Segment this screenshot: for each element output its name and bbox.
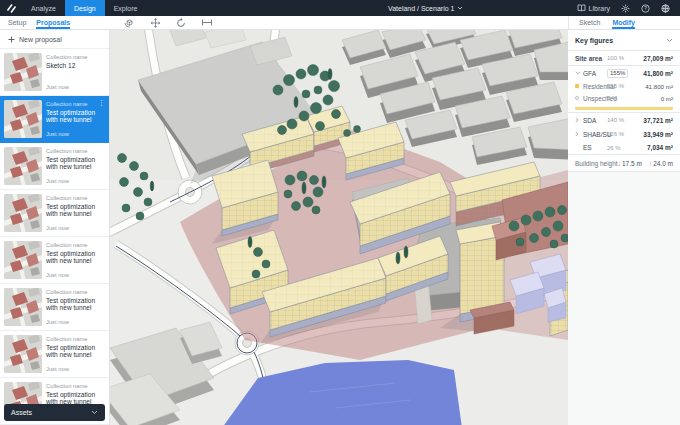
sda-percent: 140 % bbox=[607, 117, 633, 123]
sub-nav: Setup Proposals Sketch Modify bbox=[0, 16, 680, 30]
proposal-time: Just now bbox=[46, 131, 105, 138]
tab-sketch[interactable]: Sketch bbox=[579, 16, 600, 29]
row-es: ES 26 % 7,034 m² bbox=[568, 141, 680, 154]
nav-tab-explore[interactable]: Explore bbox=[105, 0, 147, 16]
proposal-thumbnail bbox=[4, 288, 42, 326]
proposal-card[interactable]: Collection name Test optimization with n… bbox=[0, 237, 109, 284]
help-icon: ? bbox=[641, 4, 650, 13]
pan-icon[interactable] bbox=[150, 18, 161, 28]
proposal-collection: Collection name bbox=[46, 289, 105, 295]
proposal-thumbnail bbox=[4, 194, 42, 232]
proposal-collection: Collection name bbox=[46, 101, 105, 107]
proposal-card[interactable]: Collection name Test optimization with n… bbox=[0, 143, 109, 190]
chevron-right-icon bbox=[575, 131, 579, 137]
sda-label: SDA bbox=[583, 117, 607, 124]
tab-proposals[interactable]: Proposals bbox=[36, 16, 70, 29]
residential-label: Residential bbox=[583, 83, 607, 90]
proposal-time: Just now bbox=[46, 225, 105, 232]
proposal-title: Sketch 12 bbox=[46, 62, 105, 70]
proposal-title: Test optimization with new tunnel bbox=[46, 344, 105, 360]
proposal-collection: Collection name bbox=[46, 148, 105, 154]
library-button[interactable]: Library bbox=[577, 4, 610, 12]
proposal-title: Test optimization with new tunnel bbox=[46, 203, 105, 219]
orbit-icon[interactable] bbox=[124, 18, 135, 28]
residential-value: 41,800 m² bbox=[633, 83, 673, 90]
new-proposal-button[interactable]: New proposal bbox=[0, 30, 109, 49]
chevron-down-icon bbox=[457, 6, 463, 10]
proposal-thumbnail bbox=[4, 147, 42, 185]
tab-modify[interactable]: Modify bbox=[612, 16, 635, 29]
proposals-sidebar: New proposal Collection name Sketch 12 J… bbox=[0, 30, 110, 425]
tab-setup[interactable]: Setup bbox=[8, 16, 26, 29]
chevron-down-icon bbox=[575, 71, 581, 75]
key-figures-title: Key figures bbox=[575, 37, 613, 44]
row-shab-su[interactable]: SHAB/SU 126 % 33,949 m² bbox=[568, 127, 680, 141]
key-figures-header[interactable]: Key figures bbox=[568, 30, 680, 50]
nav-tab-design[interactable]: Design bbox=[65, 0, 105, 16]
unspecified-percent: 0 % bbox=[607, 95, 633, 101]
proposal-thumbnail bbox=[4, 100, 42, 138]
proposal-thumbnail bbox=[4, 241, 42, 279]
site-area-label: Site area bbox=[575, 55, 607, 62]
assets-bar[interactable]: Assets bbox=[4, 404, 105, 421]
app-logo-icon bbox=[6, 3, 17, 14]
gfa-label: GFA bbox=[583, 70, 607, 77]
rotate-icon[interactable] bbox=[176, 18, 186, 28]
project-title-text: Vateland / Scenario 1 bbox=[388, 5, 454, 12]
kebab-menu-icon[interactable]: ⋮ bbox=[98, 99, 105, 106]
proposal-title: Test optimization with new tunnel bbox=[46, 297, 105, 313]
site-area-percent: 100 % bbox=[607, 55, 633, 61]
shab-su-value: 33,949 m² bbox=[633, 131, 673, 138]
proposal-collection: Collection name bbox=[46, 54, 105, 60]
key-figures-panel: Key figures Site area 100 % 27,009 m² GF… bbox=[568, 30, 680, 425]
arrow-down-icon: ↓ bbox=[618, 160, 621, 167]
residential-percent: 155 % bbox=[607, 83, 633, 89]
help-button[interactable]: ? bbox=[641, 4, 650, 13]
map-canvas[interactable] bbox=[110, 30, 568, 425]
proposal-collection: Collection name bbox=[46, 336, 105, 342]
new-proposal-label: New proposal bbox=[19, 36, 62, 43]
library-icon bbox=[577, 4, 586, 12]
shab-su-percent: 126 % bbox=[607, 131, 633, 137]
proposal-time: Just now bbox=[46, 178, 105, 185]
row-residential: Residential 155 % 41,800 m² bbox=[568, 80, 680, 92]
measure-icon[interactable] bbox=[201, 18, 213, 27]
building-height-max[interactable]: ↑24.0 m bbox=[649, 160, 673, 167]
top-bar: Analyze Design Explore Vateland / Scenar… bbox=[0, 0, 680, 16]
project-title[interactable]: Vateland / Scenario 1 bbox=[388, 0, 463, 16]
sda-value: 37,721 m² bbox=[633, 117, 673, 124]
gfa-percent-input[interactable]: 155% bbox=[607, 69, 628, 78]
proposal-thumbnail bbox=[4, 53, 42, 91]
es-label: ES bbox=[583, 144, 607, 151]
language-button[interactable] bbox=[661, 4, 670, 13]
proposal-card[interactable]: Collection name Test optimization with n… bbox=[0, 96, 109, 143]
proposal-time: Just now bbox=[46, 272, 105, 279]
proposal-card[interactable]: Collection name Test optimization with n… bbox=[0, 190, 109, 237]
chevron-right-icon bbox=[575, 117, 579, 123]
globe-icon bbox=[661, 4, 670, 13]
row-site-area: Site area 100 % 27,009 m² bbox=[568, 51, 680, 65]
library-label: Library bbox=[589, 5, 610, 12]
assets-label: Assets bbox=[11, 409, 32, 416]
proposal-card[interactable]: Collection name Test optimization with n… bbox=[0, 284, 109, 331]
proposal-time: Just now bbox=[46, 319, 105, 326]
shab-su-label: SHAB/SU bbox=[583, 131, 607, 138]
settings-button[interactable] bbox=[621, 4, 630, 13]
row-sda[interactable]: SDA 140 % 37,721 m² bbox=[568, 113, 680, 127]
proposal-list: Collection name Sketch 12 Just now ⋮ Col… bbox=[0, 49, 109, 425]
proposal-time: Just now bbox=[46, 84, 105, 91]
gfa-value: 41,800 m² bbox=[633, 70, 673, 77]
svg-text:?: ? bbox=[644, 5, 647, 11]
building-height-min[interactable]: ↓17.5 m bbox=[618, 160, 642, 167]
nav-tab-analyze[interactable]: Analyze bbox=[22, 0, 65, 16]
residential-dot-icon bbox=[575, 84, 579, 88]
proposal-collection: Collection name bbox=[46, 383, 105, 389]
panel-empty-area bbox=[568, 172, 680, 425]
proposal-card[interactable]: Collection name Sketch 12 Just now ⋮ bbox=[0, 49, 109, 96]
app-logo[interactable] bbox=[0, 0, 22, 16]
map-viewport[interactable] bbox=[110, 30, 568, 425]
chevron-down-icon bbox=[91, 410, 98, 415]
row-gfa[interactable]: GFA 155% 41,800 m² bbox=[568, 66, 680, 80]
row-unspecified: Unspecified 0 % 0 m² bbox=[568, 92, 680, 104]
proposal-card[interactable]: Collection name Test optimization with n… bbox=[0, 331, 109, 378]
